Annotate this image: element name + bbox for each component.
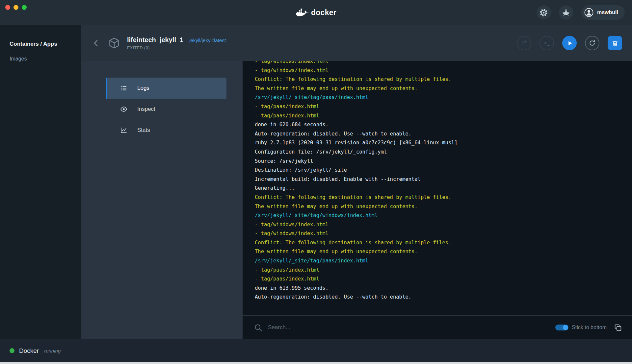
log-line: ruby 2.7.1p83 (2020-03-31 revision a0c7c…	[255, 138, 632, 148]
delete-container-button[interactable]	[608, 36, 622, 50]
detail-content: Logs Inspect	[81, 61, 632, 339]
log-line: - tag/paas/index.html	[255, 275, 632, 284]
image-tag-link[interactable]: jekyll/jekyll:latest	[189, 37, 226, 43]
log-line: The written file may end up with unexpec…	[255, 202, 632, 211]
settings-button[interactable]	[537, 5, 551, 20]
log-line: Conflict: The following destination is s…	[255, 193, 632, 202]
log-line: The written file may end up with unexpec…	[255, 84, 632, 93]
eye-icon	[120, 106, 127, 113]
docker-whale-icon	[296, 8, 309, 17]
log-line: Auto-regeneration: disabled. Use --watch…	[255, 130, 632, 139]
container-name: lifeintech_jekyll_1	[127, 36, 183, 44]
tab-logs[interactable]: Logs	[106, 78, 226, 99]
main-area: Containers / Apps Images	[0, 25, 632, 339]
log-line: Configuration file: /srv/jekyll/_config.…	[255, 148, 632, 157]
troubleshoot-button[interactable]	[559, 5, 573, 20]
chart-icon	[120, 127, 127, 134]
user-avatar-icon	[584, 8, 594, 17]
log-line: The written file may end up with unexpec…	[255, 247, 632, 256]
app-statusbar: Docker running	[0, 339, 632, 362]
container-detail: lifeintech_jekyll_1 jekyll/jekyll:latest…	[81, 25, 632, 339]
tab-inspect[interactable]: Inspect	[106, 99, 226, 120]
chevron-left-icon	[92, 39, 100, 47]
stick-to-bottom-control: Stick to bottom	[555, 325, 607, 330]
username: mswbull	[597, 10, 618, 15]
bug-icon	[562, 9, 570, 17]
trash-icon	[612, 40, 619, 47]
restart-container-button[interactable]	[585, 36, 599, 50]
gear-icon	[539, 8, 548, 17]
log-line: - tag/windows/index.html	[255, 61, 632, 66]
terminal-icon: >_	[544, 40, 550, 46]
window-bottom-edge	[0, 362, 632, 364]
container-title-block: lifeintech_jekyll_1 jekyll/jekyll:latest…	[127, 36, 226, 50]
log-line: - tag/windows/index.html	[255, 220, 632, 230]
log-output[interactable]: - tag/windows/index.html - tag/windows/i…	[243, 61, 632, 315]
stick-to-bottom-toggle[interactable]	[555, 325, 568, 330]
log-line: - tag/windows/index.html	[255, 66, 632, 75]
engine-status-dot	[10, 348, 14, 353]
sidebar: Containers / Apps Images	[0, 25, 81, 339]
account-menu-button[interactable]: mswbull	[581, 5, 625, 20]
start-container-button[interactable]	[562, 36, 577, 50]
log-line: done in 620.684 seconds.	[255, 120, 632, 130]
engine-state: running	[44, 348, 61, 353]
restart-icon	[589, 39, 596, 47]
zoom-window-button[interactable]	[22, 5, 27, 10]
log-lines: - tag/windows/index.html - tag/windows/i…	[255, 61, 632, 302]
window-controls	[5, 5, 27, 10]
log-line: Auto-regeneration: disabled. Use --watch…	[255, 293, 632, 302]
log-line: Destination: /srv/jekyll/_site	[255, 166, 632, 175]
log-line: - tag/windows/index.html	[255, 229, 632, 238]
container-package-icon	[108, 37, 120, 49]
minimize-window-button[interactable]	[13, 5, 18, 10]
detail-tab-list: Logs Inspect	[81, 61, 243, 339]
log-line: Conflict: The following destination is s…	[255, 75, 632, 84]
stick-to-bottom-label: Stick to bottom	[572, 325, 607, 330]
topbar-actions: mswbull	[537, 5, 625, 20]
log-line: - tag/paas/index.html	[255, 102, 632, 111]
sidebar-item-containers[interactable]: Containers / Apps	[10, 41, 81, 47]
tab-logs-label: Logs	[137, 85, 149, 91]
container-status-badge: EXITED (0)	[127, 46, 226, 50]
log-toolbar: Stick to bottom	[243, 315, 632, 339]
back-button[interactable]	[92, 39, 100, 47]
log-line: - tag/paas/index.html	[255, 111, 632, 121]
sidebar-item-images[interactable]: Images	[10, 56, 81, 62]
tab-stats-label: Stats	[137, 127, 150, 133]
copy-logs-button[interactable]	[614, 324, 622, 332]
log-search-input[interactable]	[268, 324, 555, 331]
log-line: - tag/paas/index.html	[255, 266, 632, 275]
tab-stats[interactable]: Stats	[106, 120, 226, 141]
log-line: Source: /srv/jekyll	[255, 157, 632, 166]
copy-icon	[614, 324, 622, 332]
container-header: lifeintech_jekyll_1 jekyll/jekyll:latest…	[81, 25, 632, 61]
open-in-browser-button[interactable]	[517, 36, 531, 50]
log-line: /srv/jekyll/_site/tag/paas/index.html	[255, 93, 632, 102]
container-actions: >_	[517, 36, 622, 50]
log-line: done in 613.995 seconds.	[255, 284, 632, 293]
docker-desktop-window: docker	[0, 0, 632, 364]
engine-name: Docker	[19, 347, 39, 354]
log-line: /srv/jekyll/_site/tag/paas/index.html	[255, 256, 632, 266]
docker-logo: docker	[296, 8, 336, 17]
log-line: Generating...	[255, 184, 632, 193]
log-line: Incremental build: disabled. Enable with…	[255, 175, 632, 184]
close-window-button[interactable]	[5, 5, 10, 10]
docker-logo-text: docker	[311, 8, 336, 17]
log-line: Conflict: The following destination is s…	[255, 238, 632, 248]
tab-inspect-label: Inspect	[137, 106, 155, 112]
cli-button[interactable]: >_	[540, 36, 554, 50]
logs-icon	[120, 85, 127, 92]
log-line: /srv/jekyll/_site/tag/windows/index.html	[255, 211, 632, 220]
play-icon	[567, 40, 573, 46]
titlebar: docker	[0, 0, 632, 25]
open-external-icon	[521, 40, 527, 46]
log-panel: - tag/windows/index.html - tag/windows/i…	[243, 61, 632, 339]
search-icon	[254, 323, 263, 332]
